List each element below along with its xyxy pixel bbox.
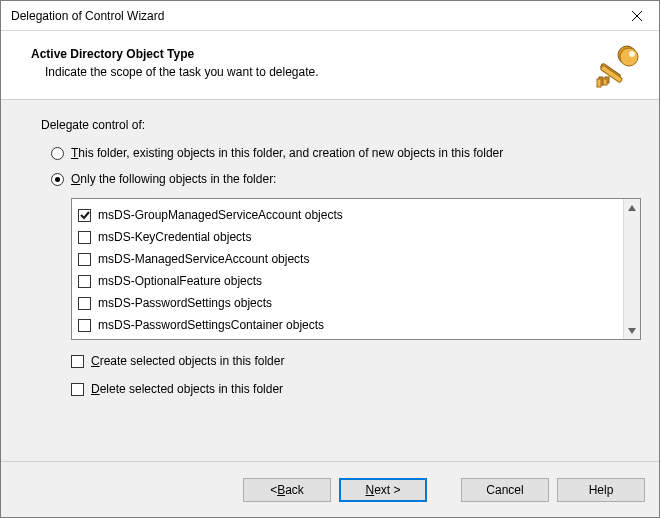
page-heading: Active Directory Object Type: [31, 47, 635, 61]
cancel-button[interactable]: Cancel: [461, 478, 549, 502]
intro-label: Delegate control of:: [41, 118, 641, 132]
next-button[interactable]: Next >: [339, 478, 427, 502]
checkbox-icon: [71, 383, 84, 396]
list-item[interactable]: msDS-PasswordSettings objects: [78, 292, 617, 314]
checkbox-create-objects[interactable]: Create selected objects in this folder: [71, 350, 641, 372]
checkbox-icon: [78, 319, 91, 332]
radio-only-following[interactable]: Only the following objects in the folder…: [51, 172, 641, 186]
list-item[interactable]: msDS-OptionalFeature objects: [78, 270, 617, 292]
list-item-label: msDS-PasswordSettingsContainer objects: [98, 318, 324, 332]
chevron-down-icon: [628, 327, 636, 335]
window-title: Delegation of Control Wizard: [11, 9, 164, 23]
svg-marker-13: [628, 328, 636, 334]
keys-icon: [593, 41, 641, 89]
svg-point-8: [629, 51, 635, 57]
radio-only-following-label: Only the following objects in the folder…: [71, 172, 276, 186]
list-item-label: msDS-ManagedServiceAccount objects: [98, 252, 309, 266]
checkbox-icon: [78, 275, 91, 288]
checkbox-icon: [78, 253, 91, 266]
svg-marker-12: [628, 205, 636, 211]
checkbox-delete-objects[interactable]: Delete selected objects in this folder: [71, 378, 641, 400]
list-item[interactable]: msDS-PasswordSettingsContainer objects: [78, 314, 617, 336]
help-button[interactable]: Help: [557, 478, 645, 502]
list-item[interactable]: msDS-GroupManagedServiceAccount objects: [78, 204, 617, 226]
close-icon: [632, 11, 642, 21]
checkbox-delete-label: Delete selected objects in this folder: [91, 382, 283, 396]
body-area: Delegate control of: This folder, existi…: [1, 99, 659, 461]
checkbox-icon: [78, 297, 91, 310]
radio-icon: [51, 173, 64, 186]
checkbox-icon: [78, 209, 91, 222]
svg-rect-11: [603, 79, 607, 85]
checkbox-create-label: Create selected objects in this folder: [91, 354, 284, 368]
scroll-up-button[interactable]: [624, 199, 640, 216]
titlebar: Delegation of Control Wizard: [1, 1, 659, 31]
list-item[interactable]: msDS-ManagedServiceAccount objects: [78, 248, 617, 270]
list-item-label: msDS-PasswordSettings objects: [98, 296, 272, 310]
checkbox-icon: [78, 231, 91, 244]
radio-icon: [51, 147, 64, 160]
svg-rect-10: [597, 79, 601, 87]
header-area: Active Directory Object Type Indicate th…: [1, 31, 659, 99]
checkbox-icon: [71, 355, 84, 368]
scroll-down-button[interactable]: [624, 322, 640, 339]
radio-this-folder[interactable]: This folder, existing objects in this fo…: [51, 146, 641, 160]
svg-point-7: [620, 48, 638, 66]
list-item[interactable]: msDS-KeyCredential objects: [78, 226, 617, 248]
list-item-label: msDS-KeyCredential objects: [98, 230, 251, 244]
scrollbar[interactable]: [623, 199, 640, 339]
wizard-window: Delegation of Control Wizard Active Dire…: [0, 0, 660, 518]
list-item-label: msDS-GroupManagedServiceAccount objects: [98, 208, 343, 222]
list-item-label: msDS-OptionalFeature objects: [98, 274, 262, 288]
object-type-listbox[interactable]: msDS-GroupManagedServiceAccount objects …: [71, 198, 641, 340]
footer: < Back Next > Cancel Help: [1, 461, 659, 517]
listbox-items: msDS-GroupManagedServiceAccount objects …: [72, 199, 623, 339]
chevron-up-icon: [628, 204, 636, 212]
close-button[interactable]: [614, 1, 659, 30]
back-button[interactable]: < Back: [243, 478, 331, 502]
radio-this-folder-label: This folder, existing objects in this fo…: [71, 146, 503, 160]
page-subheading: Indicate the scope of the task you want …: [45, 65, 635, 79]
